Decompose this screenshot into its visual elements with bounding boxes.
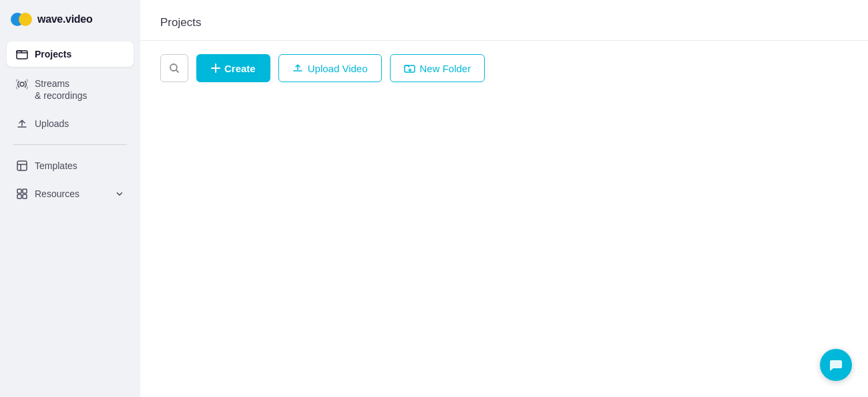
chat-icon: [829, 358, 843, 372]
sidebar-item-resources[interactable]: Resources: [7, 181, 134, 207]
create-button-label: Create: [224, 63, 256, 74]
sidebar-item-projects-label: Projects: [35, 49, 71, 59]
folder-icon: [16, 48, 28, 60]
streams-icon: [16, 78, 28, 90]
logo-text: wave.video: [37, 13, 92, 25]
logo-icon: [11, 12, 32, 27]
main-header: Projects: [140, 0, 868, 41]
svg-point-1: [19, 13, 32, 26]
chevron-down-icon: [115, 189, 124, 198]
nav-divider: [13, 144, 127, 145]
create-button[interactable]: Create: [196, 54, 270, 82]
sidebar-item-projects[interactable]: Projects: [7, 41, 134, 67]
new-folder-icon: [404, 63, 415, 74]
sidebar-item-streams[interactable]: Streams & recordings: [7, 70, 134, 108]
logo-area: wave.video: [0, 0, 140, 40]
search-button[interactable]: [160, 54, 188, 82]
sidebar-item-streams-label: Streams: [35, 78, 87, 90]
sidebar-item-resources-label: Resources: [35, 188, 79, 199]
sidebar-item-uploads[interactable]: Uploads: [7, 111, 134, 136]
svg-point-3: [20, 82, 24, 86]
upload-icon: [292, 63, 303, 74]
sidebar: wave.video Projects Streams & recordings: [0, 0, 140, 397]
chat-bubble-button[interactable]: [820, 349, 852, 381]
upload-icon: [16, 118, 28, 130]
template-icon: [16, 160, 28, 172]
streams-label-multi: Streams & recordings: [35, 78, 87, 102]
svg-rect-7: [17, 194, 21, 198]
main-body: [140, 96, 868, 397]
page-title: Projects: [160, 16, 201, 29]
svg-rect-4: [17, 161, 27, 170]
sidebar-item-uploads-label: Uploads: [35, 118, 69, 129]
resources-icon: [16, 188, 28, 200]
upload-video-button-label: Upload Video: [308, 63, 368, 74]
svg-rect-8: [23, 194, 27, 198]
new-folder-button[interactable]: New Folder: [390, 54, 485, 82]
main-content: Projects Create Upload Video: [140, 0, 868, 397]
search-icon: [169, 63, 180, 74]
resources-nav-left: Resources: [16, 188, 79, 200]
sidebar-item-streams-label2: & recordings: [35, 90, 87, 102]
upload-video-button[interactable]: Upload Video: [278, 54, 382, 82]
svg-rect-5: [17, 189, 21, 193]
new-folder-button-label: New Folder: [420, 63, 471, 74]
sidebar-item-templates[interactable]: Templates: [7, 153, 134, 178]
toolbar: Create Upload Video New Folder: [140, 41, 868, 96]
svg-rect-6: [23, 189, 27, 193]
plus-icon: [211, 63, 220, 73]
sidebar-item-templates-label: Templates: [35, 160, 77, 171]
